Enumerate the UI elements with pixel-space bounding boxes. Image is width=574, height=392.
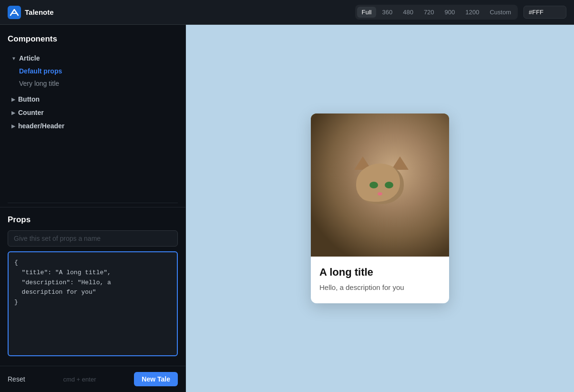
reset-button[interactable]: Reset: [8, 375, 25, 383]
viewport-1200[interactable]: 1200: [461, 7, 484, 18]
arrow-down-icon: ▼: [11, 56, 16, 61]
tree-item-counter[interactable]: ▶ Counter: [8, 106, 178, 119]
viewport-controls: Full 360 480 720 900 1200 Custom: [355, 5, 518, 20]
main-layout: Components ▼ Article Default props Very …: [0, 25, 574, 392]
tree-child-default-props[interactable]: Default props: [8, 65, 178, 77]
cat-head: [356, 164, 404, 204]
logo-icon: [8, 6, 21, 19]
tree-item-article[interactable]: ▼ Article: [8, 52, 178, 65]
tree-item-button[interactable]: ▶ Button: [8, 93, 178, 106]
tree-label-counter: Counter: [18, 109, 44, 116]
tree-label-header: header/Header: [18, 122, 64, 130]
card-title: A long title: [319, 266, 441, 279]
card-body: A long title Hello, a description for yo…: [311, 257, 449, 304]
cat-illustration: [347, 156, 413, 214]
arrow-right-icon-counter: ▶: [11, 110, 15, 115]
tree-item-header[interactable]: ▶ header/Header: [8, 119, 178, 133]
card-image-inner: [311, 113, 449, 257]
arrow-right-icon-header: ▶: [11, 124, 15, 129]
cat-nose: [378, 192, 382, 196]
logo: Talenote: [8, 6, 54, 19]
viewport-360[interactable]: 360: [377, 7, 397, 18]
sidebar-divider: [8, 203, 178, 203]
props-name-input[interactable]: [8, 230, 178, 247]
shortcut-hint: cmd + enter: [63, 376, 96, 383]
preview-area: A long title Hello, a description for yo…: [186, 25, 574, 392]
tree-label-button: Button: [18, 95, 40, 103]
viewport-720[interactable]: 720: [419, 7, 439, 18]
viewport-full[interactable]: Full: [357, 7, 377, 18]
components-title: Components: [8, 34, 178, 44]
cat-eye-left: [369, 182, 378, 188]
tree-child-very-long-title[interactable]: Very long title: [8, 77, 178, 90]
tree-label-article: Article: [19, 54, 40, 62]
logo-text: Talenote: [25, 8, 54, 16]
cat-eye-right: [385, 182, 393, 188]
viewport-480[interactable]: 480: [398, 7, 418, 18]
card-image: [311, 113, 449, 257]
props-editor[interactable]: { "title": "A long title", "description"…: [8, 251, 178, 356]
app-header: Talenote Full 360 480 720 900 1200 Custo…: [0, 0, 574, 25]
preview-card: A long title Hello, a description for yo…: [311, 113, 449, 304]
card-description: Hello, a description for you: [319, 282, 441, 293]
props-title: Props: [8, 215, 178, 225]
svg-rect-0: [8, 6, 21, 19]
components-panel: Components ▼ Article Default props Very …: [0, 25, 185, 199]
viewport-custom[interactable]: Custom: [485, 7, 516, 18]
new-tale-button[interactable]: New Tale: [134, 372, 178, 386]
props-section: Props { "title": "A long title", "descri…: [0, 207, 185, 366]
sidebar: Components ▼ Article Default props Very …: [0, 25, 186, 392]
viewport-900[interactable]: 900: [440, 7, 460, 18]
arrow-right-icon-button: ▶: [11, 97, 15, 102]
color-input[interactable]: [523, 6, 566, 19]
sidebar-footer: Reset cmd + enter New Tale: [0, 366, 185, 392]
